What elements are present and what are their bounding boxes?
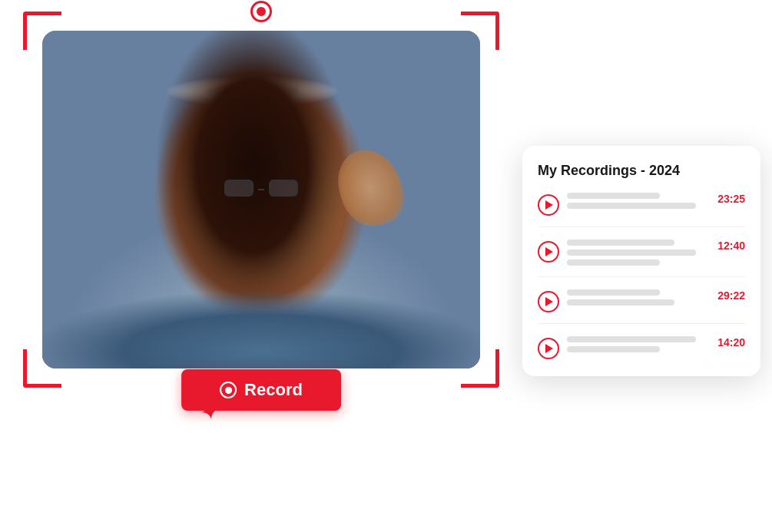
play-icon-3 [545, 297, 553, 306]
recording-item: 12:40 [538, 240, 745, 277]
recording-duration-3: 29:22 [717, 289, 745, 302]
recording-info-4 [567, 336, 710, 352]
record-button[interactable]: Record [181, 369, 341, 411]
play-button-4[interactable] [538, 338, 559, 359]
video-area [42, 31, 480, 368]
play-button-1[interactable] [538, 194, 559, 216]
recordings-panel-title: My Recordings - 2024 [538, 163, 745, 179]
recording-duration-1: 23:25 [717, 193, 745, 205]
play-button-3[interactable] [538, 291, 559, 312]
recording-info-2 [567, 240, 710, 266]
record-dot [257, 7, 266, 16]
glasses [224, 180, 298, 197]
recording-duration-4: 14:20 [717, 336, 745, 349]
recording-duration-2: 12:40 [717, 240, 745, 252]
record-button-icon [220, 382, 237, 398]
recording-info-1 [567, 193, 710, 209]
record-button-label: Record [244, 380, 303, 400]
video-photo [42, 31, 480, 368]
recording-item: 23:25 [538, 193, 745, 227]
recording-item: 14:20 [538, 336, 745, 359]
play-icon-4 [545, 344, 553, 353]
main-container: Record ✦ My Recordings - 2024 23:25 [0, 0, 772, 532]
recordings-panel: My Recordings - 2024 23:25 [522, 146, 760, 376]
recording-info-3 [567, 289, 710, 306]
record-indicator-top [250, 1, 272, 22]
recording-item: 29:22 [538, 289, 745, 324]
play-button-2[interactable] [538, 241, 559, 263]
video-frame-wrapper: Record ✦ [23, 12, 499, 449]
play-icon-1 [545, 200, 553, 210]
play-icon-2 [545, 247, 553, 256]
